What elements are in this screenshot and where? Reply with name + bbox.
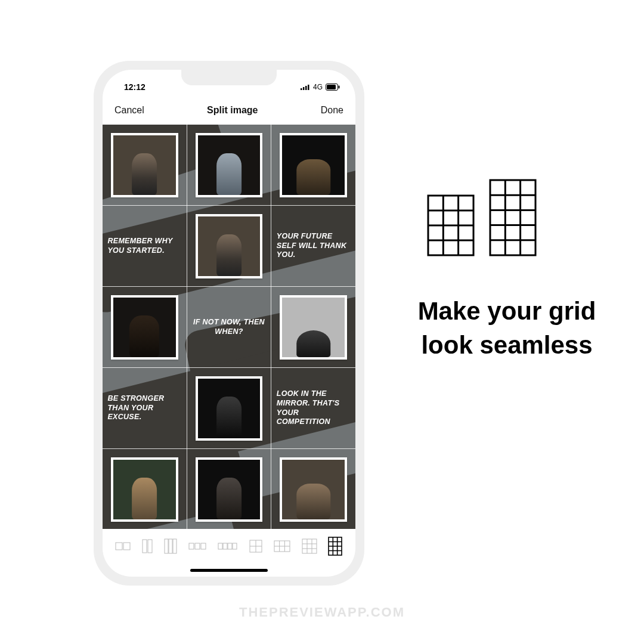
split-option-1x4[interactable] <box>218 543 238 550</box>
grid-cell-5-2[interactable] <box>187 449 271 529</box>
quote-text: REMEMBER WHY YOU STARTED. <box>107 237 181 255</box>
split-option-4x3[interactable] <box>328 537 342 556</box>
grid-cell-2-2[interactable] <box>187 206 271 286</box>
grid-cell-4-3[interactable]: LOOK IN THE MIRROR. THAT'S YOUR COMPETIT… <box>271 368 355 448</box>
grid-cell-1-3[interactable] <box>271 125 355 205</box>
grid-3x4-icon <box>427 194 475 259</box>
promo-right-block: Make your grid look seamless <box>417 179 614 362</box>
home-indicator[interactable] <box>190 569 268 572</box>
svg-rect-3 <box>308 85 309 90</box>
split-option-1x2h[interactable] <box>115 542 131 550</box>
quote-text: LOOK IN THE MIRROR. THAT'S YOUR COMPETIT… <box>277 389 351 427</box>
grid-cell-5-1[interactable] <box>103 449 187 529</box>
phone-notch <box>181 70 277 85</box>
quote-text: YOUR FUTURE SELF WILL THANK YOU. <box>277 232 351 260</box>
svg-rect-20 <box>233 543 237 549</box>
split-option-2x3[interactable] <box>274 540 290 552</box>
signal-icon <box>301 84 310 90</box>
photo-tile <box>196 376 263 441</box>
done-button[interactable]: Done <box>321 105 343 116</box>
split-option-3x3[interactable] <box>302 538 317 554</box>
svg-rect-45 <box>490 180 535 255</box>
nav-title: Split image <box>207 105 258 116</box>
split-option-1x3h[interactable] <box>188 543 206 550</box>
grid-cell-2-1[interactable]: REMEMBER WHY YOU STARTED. <box>103 206 187 286</box>
grid-cell-5-3[interactable] <box>271 449 355 529</box>
nav-bar: Cancel Split image Done <box>103 97 355 123</box>
photo-tile <box>280 295 347 360</box>
svg-rect-11 <box>165 539 168 553</box>
photo-tile <box>196 214 263 278</box>
grid-icons <box>427 179 614 259</box>
svg-rect-2 <box>305 86 307 90</box>
split-preview-area[interactable]: REMEMBER WHY YOU STARTED. YOUR FUTURE SE… <box>103 125 355 529</box>
svg-rect-18 <box>223 543 227 549</box>
grid-cell-2-3[interactable]: YOUR FUTURE SELF WILL THANK YOU. <box>271 206 355 286</box>
status-network: 4G <box>313 83 323 91</box>
grid-cell-1-1[interactable] <box>103 125 187 205</box>
grid-cell-4-2[interactable] <box>187 368 271 448</box>
svg-rect-13 <box>173 539 177 553</box>
battery-icon <box>326 83 340 91</box>
grid-cell-4-1[interactable]: BE STRONGER THAN YOUR EXCUSE. <box>103 368 187 448</box>
quote-text: IF NOT NOW, THEN WHEN? <box>192 318 266 336</box>
grid-cell-3-1[interactable] <box>103 287 187 367</box>
grid-3x5-icon <box>489 179 537 259</box>
svg-rect-28 <box>302 539 317 553</box>
photo-tile <box>111 295 178 360</box>
svg-rect-19 <box>228 543 232 549</box>
watermark-text: THEPREVIEWAPP.COM <box>239 605 405 620</box>
status-right: 4G <box>301 83 340 91</box>
svg-rect-8 <box>123 543 130 550</box>
quote-text: BE STRONGER THAN YOUR EXCUSE. <box>107 394 181 422</box>
photo-tile <box>196 133 263 197</box>
photo-tile <box>280 133 347 197</box>
svg-rect-0 <box>301 88 302 90</box>
split-option-2x2[interactable] <box>249 540 262 553</box>
grid-cell-1-2[interactable] <box>187 125 271 205</box>
svg-rect-17 <box>218 543 222 549</box>
cancel-button[interactable]: Cancel <box>114 105 144 116</box>
split-option-1x2v[interactable] <box>142 539 153 553</box>
split-options-bar <box>103 531 355 561</box>
svg-rect-5 <box>327 85 336 89</box>
svg-rect-1 <box>303 87 305 90</box>
photo-tile <box>111 457 178 522</box>
split-option-1x3v[interactable] <box>164 538 177 554</box>
grid-cell-3-2[interactable]: IF NOT NOW, THEN WHEN? <box>187 287 271 367</box>
phone-mockup: 12:12 4G Cancel Split image Done <box>94 61 364 586</box>
photo-tile <box>111 133 178 197</box>
svg-rect-15 <box>195 543 200 549</box>
grid-cell-3-3[interactable] <box>271 287 355 367</box>
svg-rect-7 <box>116 543 122 550</box>
photo-tile <box>196 457 263 522</box>
svg-rect-14 <box>189 543 194 549</box>
svg-rect-12 <box>169 539 172 553</box>
status-time: 12:12 <box>124 82 145 92</box>
svg-rect-6 <box>339 86 340 89</box>
photo-tile <box>280 457 347 522</box>
svg-rect-9 <box>143 540 147 553</box>
phone-screen: 12:12 4G Cancel Split image Done <box>103 70 355 577</box>
headline-text: Make your grid look seamless <box>417 295 596 362</box>
svg-rect-10 <box>148 540 152 553</box>
svg-rect-16 <box>201 543 206 549</box>
